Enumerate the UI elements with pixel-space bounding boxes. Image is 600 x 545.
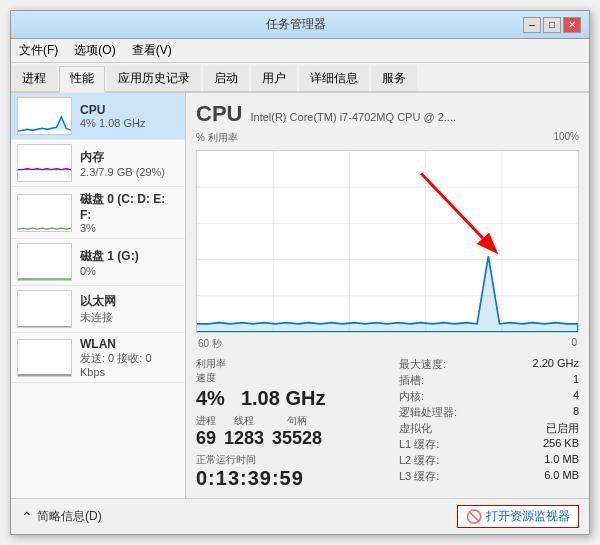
- right-stat-value-7: 6.0 MB: [544, 469, 579, 484]
- resource-monitor-button[interactable]: 🚫 打开资源监视器: [457, 505, 579, 528]
- sidebar-item-disk1[interactable]: 磁盘 1 (G:) 0%: [11, 239, 185, 286]
- wlan-sidebar-label: WLAN: [80, 337, 179, 351]
- disk0-sidebar-info: 磁盘 0 (C: D: E: F: 3%: [80, 191, 179, 234]
- speed-value: 1.08 GHz: [241, 387, 325, 410]
- main-header: CPU Intel(R) Core(TM) i7-4702MQ CPU @ 2.…: [196, 101, 579, 127]
- main-chart: [196, 150, 579, 333]
- bottom-bar: ⌃ 简略信息(D) 🚫 打开资源监视器: [11, 498, 589, 534]
- right-stat-label-3: 逻辑处理器:: [399, 405, 457, 420]
- util-value: 4%: [196, 387, 225, 410]
- util-stat: 利用率 速度: [196, 357, 226, 385]
- resource-label[interactable]: 打开资源监视器: [486, 508, 570, 525]
- chart-x-right: 0: [571, 337, 577, 351]
- thread-label: 线程: [224, 414, 264, 428]
- mem-sidebar-label: 内存: [80, 149, 179, 166]
- right-stat-label-1: 插槽:: [399, 373, 424, 388]
- right-stat-row: 插槽:1: [399, 373, 579, 388]
- cpu-sidebar-info: CPU 4% 1.08 GHz: [80, 103, 179, 129]
- disk0-sidebar-label: 磁盘 0 (C: D: E: F:: [80, 191, 179, 222]
- right-stat-row: L1 缓存:256 KB: [399, 437, 579, 452]
- summary-button[interactable]: ⌃ 简略信息(D): [21, 508, 102, 525]
- right-stat-label-5: L1 缓存:: [399, 437, 439, 452]
- thread-value: 1283: [224, 428, 264, 449]
- menu-file[interactable]: 文件(F): [15, 41, 62, 60]
- tab-details[interactable]: 详细信息: [299, 66, 369, 91]
- sidebar-item-wlan[interactable]: WLAN 发送: 0 接收: 0 Kbps: [11, 333, 185, 383]
- right-stat-row: 内核:4: [399, 389, 579, 404]
- tab-app-history[interactable]: 应用历史记录: [107, 66, 201, 91]
- tab-process[interactable]: 进程: [11, 66, 57, 91]
- menu-options[interactable]: 选项(O): [70, 41, 119, 60]
- right-stat-row: 最大速度:2.20 GHz: [399, 357, 579, 372]
- left-stats: 利用率 速度 4% 1.08 GHz 进程 69: [196, 357, 393, 490]
- eth-sidebar-label: 以太网: [80, 293, 179, 310]
- thread-col: 线程 1283: [224, 414, 264, 449]
- right-stat-value-0: 2.20 GHz: [533, 357, 579, 372]
- menu-view[interactable]: 查看(V): [128, 41, 176, 60]
- uptime-label: 正常运行时间: [196, 453, 393, 467]
- wlan-sidebar-sub: 发送: 0 接收: 0 Kbps: [80, 351, 179, 378]
- right-stat-row: 虚拟化已启用: [399, 421, 579, 436]
- main-cpu-subtitle: Intel(R) Core(TM) i7-4702MQ CPU @ 2....: [250, 111, 456, 123]
- handle-value: 35528: [272, 428, 322, 449]
- right-stat-label-4: 虚拟化: [399, 421, 432, 436]
- main-cpu-title: CPU: [196, 101, 242, 127]
- title-bar: 任务管理器 – □ ✕: [11, 11, 589, 39]
- handle-col: 句柄 35528: [272, 414, 322, 449]
- tab-services[interactable]: 服务: [371, 66, 417, 91]
- right-stat-label-6: L2 缓存:: [399, 453, 439, 468]
- eth-sidebar-info: 以太网 未连接: [80, 293, 179, 325]
- disk1-mini-chart: [17, 243, 72, 281]
- sidebar-item-eth[interactable]: 以太网 未连接: [11, 286, 185, 333]
- maximize-button[interactable]: □: [543, 17, 561, 33]
- util-label: 利用率: [196, 357, 226, 371]
- eth-sidebar-sub: 未连接: [80, 310, 179, 325]
- right-stat-label-7: L3 缓存:: [399, 469, 439, 484]
- cpu-sidebar-sub: 4% 1.08 GHz: [80, 117, 179, 129]
- chart-x-label: 60 秒: [198, 337, 222, 351]
- sidebar-item-disk0[interactable]: 磁盘 0 (C: D: E: F: 3%: [11, 187, 185, 239]
- right-stat-value-3: 8: [573, 405, 579, 420]
- uptime-section: 正常运行时间 0:13:39:59: [196, 453, 393, 490]
- mem-mini-chart: [17, 144, 72, 182]
- sidebar-item-mem[interactable]: 内存 2.3/7.9 GB (29%): [11, 140, 185, 187]
- disk1-sidebar-sub: 0%: [80, 265, 179, 277]
- proc-label: 进程: [196, 414, 216, 428]
- proc-value: 69: [196, 428, 216, 449]
- uptime-value: 0:13:39:59: [196, 467, 393, 490]
- right-stats: 最大速度:2.20 GHz插槽:1内核:4逻辑处理器:8虚拟化已启用L1 缓存:…: [399, 357, 579, 490]
- menubar: 文件(F) 选项(O) 查看(V): [11, 39, 589, 63]
- stats-section: 利用率 速度 4% 1.08 GHz 进程 69: [196, 357, 579, 490]
- right-stat-value-6: 1.0 MB: [544, 453, 579, 468]
- disk1-sidebar-info: 磁盘 1 (G:) 0%: [80, 248, 179, 277]
- tab-users[interactable]: 用户: [251, 66, 297, 91]
- right-stat-row: L3 缓存:6.0 MB: [399, 469, 579, 484]
- mem-sidebar-sub: 2.3/7.9 GB (29%): [80, 166, 179, 178]
- minimize-button[interactable]: –: [523, 17, 541, 33]
- right-stat-value-1: 1: [573, 373, 579, 388]
- mem-sidebar-info: 内存 2.3/7.9 GB (29%): [80, 149, 179, 178]
- sidebar-item-cpu[interactable]: CPU 4% 1.08 GHz: [11, 93, 185, 140]
- speed-label: 速度: [196, 371, 226, 385]
- handle-label: 句柄: [272, 414, 322, 428]
- tab-performance[interactable]: 性能: [59, 66, 105, 93]
- window-title: 任务管理器: [69, 16, 523, 33]
- chart-y-max: 100%: [553, 131, 579, 145]
- wlan-mini-chart: [17, 339, 72, 377]
- right-stat-row: 逻辑处理器:8: [399, 405, 579, 420]
- tab-startup[interactable]: 启动: [203, 66, 249, 91]
- right-stat-value-5: 256 KB: [543, 437, 579, 452]
- wlan-sidebar-info: WLAN 发送: 0 接收: 0 Kbps: [80, 337, 179, 378]
- close-button[interactable]: ✕: [563, 17, 581, 33]
- main-panel: CPU Intel(R) Core(TM) i7-4702MQ CPU @ 2.…: [186, 93, 589, 498]
- right-stat-row: L2 缓存:1.0 MB: [399, 453, 579, 468]
- window-controls: – □ ✕: [523, 17, 581, 33]
- disk0-sidebar-sub: 3%: [80, 222, 179, 234]
- right-stat-value-2: 4: [573, 389, 579, 404]
- right-stat-value-4: 已启用: [546, 421, 579, 436]
- right-stat-label-0: 最大速度:: [399, 357, 446, 372]
- disk0-mini-chart: [17, 194, 72, 232]
- task-manager-window: 任务管理器 – □ ✕ 文件(F) 选项(O) 查看(V) 进程 性能 应用历史…: [10, 10, 590, 535]
- right-stat-label-2: 内核:: [399, 389, 424, 404]
- summary-label[interactable]: 简略信息(D): [37, 508, 102, 525]
